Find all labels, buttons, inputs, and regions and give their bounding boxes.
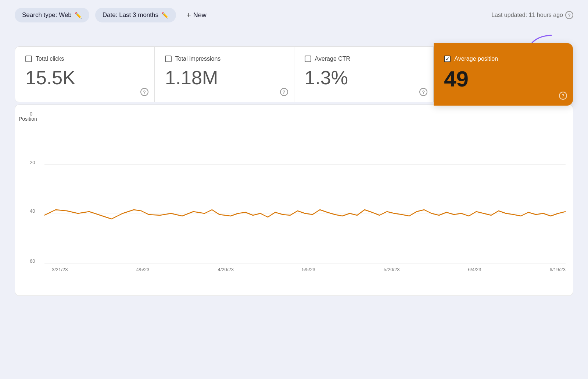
clicks-checkbox[interactable] — [25, 56, 32, 62]
impressions-help-icon[interactable]: ? — [280, 88, 288, 96]
metric-header-position: Average position — [444, 56, 563, 62]
last-updated-text: Last updated: 11 hours ago — [491, 12, 563, 18]
metrics-container: Total clicks 15.5K ? Total impressions 1… — [15, 46, 573, 102]
position-help-icon[interactable]: ? — [559, 92, 567, 100]
x-label-6: 6/19/23 — [550, 267, 566, 272]
impressions-checkbox[interactable] — [165, 56, 172, 62]
impressions-label: Total impressions — [175, 56, 221, 62]
ctr-value: 1.3% — [305, 68, 423, 87]
search-type-filter[interactable]: Search type: Web ✏️ — [15, 8, 89, 22]
grid-label-40: 40 — [30, 208, 35, 213]
metric-header-ctr: Average CTR — [305, 56, 423, 62]
chart-container: Position 0 20 40 60 3/21/23 4/5/ — [15, 105, 573, 296]
clicks-help[interactable]: ? — [140, 88, 148, 96]
grid-label-20: 20 — [30, 159, 35, 165]
clicks-value: 15.5K — [25, 68, 144, 87]
date-filter[interactable]: Date: Last 3 months ✏️ — [95, 8, 176, 22]
x-label-4: 5/20/23 — [384, 267, 399, 272]
grid-line-60: 60 — [44, 263, 566, 263]
last-updated-info: Last updated: 11 hours ago ? — [491, 11, 573, 19]
impressions-value: 1.18M — [165, 68, 284, 87]
chart-x-axis: 3/21/23 4/5/23 4/20/23 5/5/23 5/20/23 6/… — [44, 263, 566, 272]
x-label-1: 4/5/23 — [136, 267, 149, 272]
clicks-help-icon[interactable]: ? — [140, 88, 148, 96]
metric-card-average-position[interactable]: Average position 49 ? — [434, 43, 573, 106]
new-label: New — [193, 11, 207, 19]
ctr-help[interactable]: ? — [419, 88, 427, 96]
metric-header-clicks: Total clicks — [25, 56, 144, 62]
plus-icon: + — [186, 10, 191, 20]
metric-card-average-ctr[interactable]: Average CTR 1.3% ? — [294, 47, 434, 102]
chart-grid-area: 0 20 40 60 — [44, 116, 566, 263]
ctr-help-icon[interactable]: ? — [419, 88, 427, 96]
metric-header-impressions: Total impressions — [165, 56, 284, 62]
search-type-label: Search type: Web — [22, 11, 72, 19]
last-updated-help-icon[interactable]: ? — [565, 11, 573, 19]
edit-icon: ✏️ — [75, 12, 82, 19]
x-label-3: 5/5/23 — [302, 267, 315, 272]
chart-y-axis-label: Position — [19, 116, 37, 122]
metric-card-total-clicks[interactable]: Total clicks 15.5K ? — [15, 47, 155, 102]
x-label-0: 3/21/23 — [52, 267, 68, 272]
ctr-label: Average CTR — [315, 56, 351, 62]
clicks-label: Total clicks — [36, 56, 64, 62]
chart-line-svg — [44, 116, 566, 263]
metric-card-total-impressions[interactable]: Total impressions 1.18M ? — [155, 47, 294, 102]
new-button[interactable]: + New — [182, 7, 211, 23]
date-label: Date: Last 3 months — [103, 11, 158, 19]
x-label-2: 4/20/23 — [218, 267, 234, 272]
impressions-help[interactable]: ? — [280, 88, 288, 96]
position-checkbox[interactable] — [444, 56, 451, 62]
toolbar: Search type: Web ✏️ Date: Last 3 months … — [15, 7, 573, 23]
x-label-5: 6/4/23 — [468, 267, 481, 272]
grid-label-60: 60 — [30, 258, 35, 263]
position-help[interactable]: ? — [559, 92, 567, 100]
ctr-checkbox[interactable] — [305, 56, 311, 62]
position-label: Average position — [454, 56, 498, 62]
main-content: Total clicks 15.5K ? Total impressions 1… — [15, 46, 573, 296]
position-value: 49 — [444, 68, 563, 90]
edit-icon-date: ✏️ — [161, 12, 169, 19]
grid-label-0: 0 — [30, 111, 32, 116]
